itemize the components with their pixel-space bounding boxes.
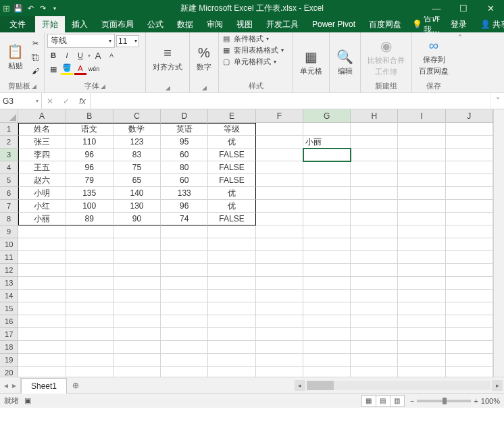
cell-C17[interactable] — [114, 328, 161, 341]
cell-D16[interactable] — [161, 315, 208, 328]
cell-D13[interactable] — [161, 277, 208, 290]
cell-D7[interactable]: 96 — [161, 200, 208, 213]
cell-D1[interactable]: 英语 — [161, 123, 208, 136]
cell-B1[interactable]: 语文 — [66, 123, 114, 136]
cell-I6[interactable] — [398, 187, 445, 200]
cell-E5[interactable]: FALSE — [208, 174, 255, 187]
cell-H5[interactable] — [351, 174, 398, 187]
cell-A7[interactable]: 小红 — [18, 200, 66, 213]
cell-styles-button[interactable]: ▢单元格样式▾ — [222, 57, 290, 67]
cell-C6[interactable]: 140 — [114, 187, 161, 200]
cell-J19[interactable] — [446, 354, 493, 367]
cell-A9[interactable] — [18, 225, 66, 238]
cell-F18[interactable] — [256, 341, 303, 354]
cell-A18[interactable] — [18, 341, 66, 354]
cell-J5[interactable] — [446, 174, 493, 187]
cell-J15[interactable] — [446, 302, 493, 315]
cell-B6[interactable]: 135 — [66, 187, 114, 200]
cell-D2[interactable]: 95 — [161, 136, 208, 149]
paste-button[interactable]: 📋 粘贴 — [3, 41, 28, 74]
cell-F11[interactable] — [256, 251, 303, 264]
cell-G15[interactable] — [303, 302, 351, 315]
cell-H9[interactable] — [351, 225, 398, 238]
column-header-C[interactable]: C — [114, 109, 161, 122]
cell-H19[interactable] — [351, 354, 398, 367]
cell-D3[interactable]: 60 — [161, 149, 208, 161]
cell-H15[interactable] — [351, 302, 398, 315]
tab-file[interactable]: 文件 — [0, 16, 35, 32]
cancel-formula-icon[interactable]: ✕ — [42, 97, 58, 106]
format-table-button[interactable]: ▦套用表格格式▾ — [222, 45, 290, 55]
cell-A13[interactable] — [18, 277, 66, 290]
row-header-5[interactable]: 5 — [0, 174, 18, 187]
share-button[interactable]: 👤共享 — [474, 16, 504, 32]
cell-D18[interactable] — [161, 341, 208, 354]
cell-D14[interactable] — [161, 290, 208, 302]
view-page-layout-button[interactable]: ▤ — [376, 395, 390, 407]
cell-E18[interactable] — [208, 341, 255, 354]
clipboard-launcher-icon[interactable]: ◢ — [32, 83, 36, 90]
row-header-12[interactable]: 12 — [0, 264, 18, 277]
tab-dev[interactable]: 开发工具 — [259, 16, 305, 32]
tab-power-pivot[interactable]: Power Pivot — [305, 16, 362, 32]
cell-E7[interactable]: 优 — [208, 200, 255, 213]
row-header-2[interactable]: 2 — [0, 136, 18, 149]
cell-B13[interactable] — [66, 277, 114, 290]
cell-I8[interactable] — [398, 213, 445, 225]
tab-review[interactable]: 审阅 — [200, 16, 230, 32]
scroll-left-icon[interactable]: ◂ — [295, 380, 305, 391]
cell-D6[interactable]: 133 — [161, 187, 208, 200]
cell-F16[interactable] — [256, 315, 303, 328]
undo-button[interactable]: ↶ — [25, 3, 36, 14]
cell-G17[interactable] — [303, 328, 351, 341]
column-header-G[interactable]: G — [303, 109, 351, 122]
cell-B5[interactable]: 79 — [66, 174, 114, 187]
cell-C5[interactable]: 65 — [114, 174, 161, 187]
close-button[interactable]: ✕ — [477, 0, 504, 16]
cell-F8[interactable] — [256, 213, 303, 225]
cell-I11[interactable] — [398, 251, 445, 264]
cell-E17[interactable] — [208, 328, 255, 341]
cell-D11[interactable] — [161, 251, 208, 264]
cell-J2[interactable] — [446, 136, 493, 149]
cell-A15[interactable] — [18, 302, 66, 315]
cell-F19[interactable] — [256, 354, 303, 367]
grow-font-button[interactable]: A — [92, 49, 104, 61]
row-header-7[interactable]: 7 — [0, 200, 18, 213]
cell-B11[interactable] — [66, 251, 114, 264]
cell-D10[interactable] — [161, 238, 208, 251]
cell-F2[interactable] — [256, 136, 303, 149]
cell-E16[interactable] — [208, 315, 255, 328]
cell-G8[interactable] — [303, 213, 351, 225]
cell-B9[interactable] — [66, 225, 114, 238]
cell-A5[interactable]: 赵六 — [18, 174, 66, 187]
cell-H2[interactable] — [351, 136, 398, 149]
cell-B20[interactable] — [66, 367, 114, 377]
row-header-9[interactable]: 9 — [0, 225, 18, 238]
cell-F17[interactable] — [256, 328, 303, 341]
column-header-H[interactable]: H — [351, 109, 398, 122]
cell-I3[interactable] — [398, 149, 445, 161]
save-button[interactable]: 💾 — [13, 3, 24, 14]
cell-A20[interactable] — [18, 367, 66, 377]
cell-A16[interactable] — [18, 315, 66, 328]
cell-H7[interactable] — [351, 200, 398, 213]
cell-J1[interactable] — [446, 123, 493, 136]
cell-D20[interactable] — [161, 367, 208, 377]
cell-J4[interactable] — [446, 161, 493, 174]
cell-H12[interactable] — [351, 264, 398, 277]
cell-C12[interactable] — [114, 264, 161, 277]
row-header-13[interactable]: 13 — [0, 277, 18, 290]
column-header-A[interactable]: A — [18, 109, 66, 122]
cell-C3[interactable]: 83 — [114, 149, 161, 161]
cell-G1[interactable] — [303, 123, 351, 136]
cell-H4[interactable] — [351, 161, 398, 174]
vertical-scrollbar[interactable] — [493, 109, 504, 377]
cell-J8[interactable] — [446, 213, 493, 225]
cell-H16[interactable] — [351, 315, 398, 328]
row-header-19[interactable]: 19 — [0, 354, 18, 367]
cell-H13[interactable] — [351, 277, 398, 290]
cell-F13[interactable] — [256, 277, 303, 290]
minimize-button[interactable]: — — [423, 0, 450, 16]
cell-F5[interactable] — [256, 174, 303, 187]
